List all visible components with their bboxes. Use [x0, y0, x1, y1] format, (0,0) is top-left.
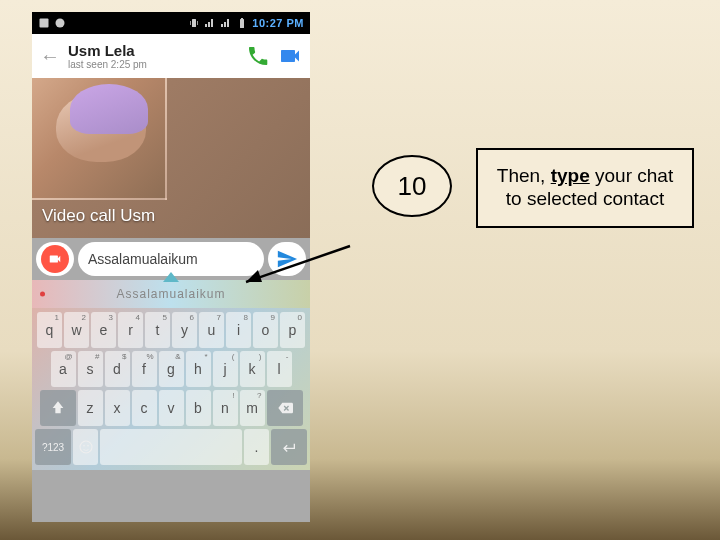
key-p[interactable]: p0 [280, 312, 305, 348]
step-number-callout: 10 [372, 155, 452, 217]
phone-screenshot: 10:27 PM ← Usm Lela last seen 2:25 pm Vi… [32, 12, 310, 522]
key-x[interactable]: x [105, 390, 130, 426]
key-g[interactable]: g& [159, 351, 184, 387]
key-k[interactable]: k) [240, 351, 265, 387]
svg-rect-6 [241, 18, 243, 19]
backspace-icon [277, 400, 293, 416]
chat-header: ← Usm Lela last seen 2:25 pm [32, 34, 310, 78]
svg-point-8 [83, 445, 85, 447]
keyboard-suggestion-bar: Assalamualaikum [32, 280, 310, 308]
enter-icon [281, 439, 297, 455]
video-message-button[interactable] [36, 242, 74, 276]
svg-point-7 [80, 441, 92, 453]
key-b[interactable]: b [186, 390, 211, 426]
battery-icon [236, 17, 248, 29]
key-w[interactable]: w2 [64, 312, 89, 348]
contact-last-seen: last seen 2:25 pm [68, 59, 238, 70]
soft-keyboard: q1w2e3r4t5y6u7i8o9p0 a@s#d$f%g&h*j(k)l- … [32, 308, 310, 470]
period-key[interactable]: . [244, 429, 269, 465]
status-clock: 10:27 PM [252, 17, 304, 29]
key-d[interactable]: d$ [105, 351, 130, 387]
key-r[interactable]: r4 [118, 312, 143, 348]
svg-point-1 [56, 19, 65, 28]
back-arrow-icon[interactable]: ← [40, 45, 60, 68]
step-number: 10 [398, 171, 427, 202]
app-notification-icon [54, 17, 66, 29]
send-button[interactable] [268, 242, 306, 276]
signal-icon-2 [220, 17, 232, 29]
key-s[interactable]: s# [78, 351, 103, 387]
key-m[interactable]: m? [240, 390, 265, 426]
key-c[interactable]: c [132, 390, 157, 426]
svg-rect-0 [40, 19, 49, 28]
contact-info[interactable]: Usm Lela last seen 2:25 pm [68, 42, 238, 70]
space-key[interactable] [100, 429, 242, 465]
video-call-label: Video call Usm [42, 206, 155, 226]
key-z[interactable]: z [78, 390, 103, 426]
camera-icon [48, 252, 62, 266]
key-l[interactable]: l- [267, 351, 292, 387]
key-n[interactable]: n! [213, 390, 238, 426]
voice-call-icon[interactable] [246, 44, 270, 68]
shift-icon [50, 400, 66, 416]
keyboard-suggestion[interactable]: Assalamualaikum [116, 287, 225, 301]
svg-point-9 [87, 445, 89, 447]
symbols-key[interactable]: ?123 [35, 429, 71, 465]
speech-indicator-icon [40, 292, 45, 297]
key-t[interactable]: t5 [145, 312, 170, 348]
key-y[interactable]: y6 [172, 312, 197, 348]
suggestion-caret-icon [163, 272, 179, 282]
key-u[interactable]: u7 [199, 312, 224, 348]
backspace-key[interactable] [267, 390, 303, 426]
emoji-key[interactable] [73, 429, 98, 465]
contact-name: Usm Lela [68, 42, 238, 59]
svg-rect-2 [192, 19, 196, 27]
key-v[interactable]: v [159, 390, 184, 426]
video-call-preview: Video call Usm [32, 78, 310, 238]
key-e[interactable]: e3 [91, 312, 116, 348]
android-status-bar: 10:27 PM [32, 12, 310, 34]
key-o[interactable]: o9 [253, 312, 278, 348]
vibrate-icon [188, 17, 200, 29]
svg-rect-3 [190, 21, 191, 25]
shift-key[interactable] [40, 390, 76, 426]
message-input-text: Assalamualaikum [88, 251, 198, 267]
svg-rect-5 [240, 19, 244, 28]
key-f[interactable]: f% [132, 351, 157, 387]
video-call-icon[interactable] [278, 44, 302, 68]
notification-icon [38, 17, 50, 29]
signal-icon [204, 17, 216, 29]
key-a[interactable]: a@ [51, 351, 76, 387]
key-j[interactable]: j( [213, 351, 238, 387]
message-input[interactable]: Assalamualaikum [78, 242, 264, 276]
send-icon [276, 248, 298, 270]
svg-rect-4 [198, 21, 199, 25]
enter-key[interactable] [271, 429, 307, 465]
key-q[interactable]: q1 [37, 312, 62, 348]
key-i[interactable]: i8 [226, 312, 251, 348]
instruction-box: Then, type your chat to selected contact [476, 148, 694, 228]
contact-video-thumbnail [32, 78, 167, 200]
emoji-icon [78, 439, 94, 455]
key-h[interactable]: h* [186, 351, 211, 387]
